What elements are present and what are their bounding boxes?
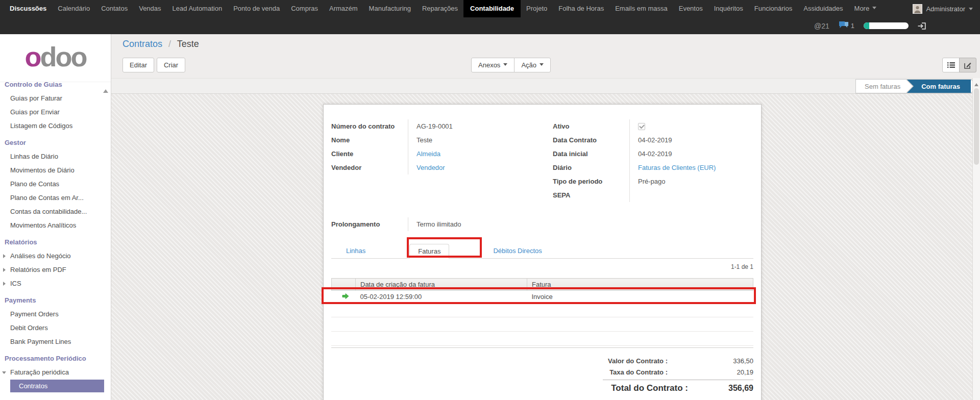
- field-value-cell[interactable]: 04-02-2019: [629, 133, 753, 147]
- sidebar-item[interactable]: Payments: [0, 293, 111, 307]
- sidebar-item[interactable]: Análises do Negócio: [0, 249, 111, 263]
- grand-total-row: Total do Contrato : 356,69: [603, 380, 753, 393]
- edit-button[interactable]: Editar: [122, 58, 154, 72]
- sidebar-item[interactable]: Contratos: [10, 380, 104, 392]
- topbar-menu-item[interactable]: Emails em massa: [609, 0, 673, 17]
- breadcrumb-item[interactable]: Teste: [177, 39, 199, 49]
- field-value-cell[interactable]: Faturas de Clientes (EUR): [629, 161, 753, 174]
- sidebar-item[interactable]: Contas da contabilidade...: [0, 205, 111, 218]
- scroll-up-icon[interactable]: [974, 81, 978, 86]
- progress-bar[interactable]: [864, 22, 909, 29]
- tab-label: Faturas: [418, 247, 440, 255]
- topbar-menu-item[interactable]: Eventos: [673, 0, 708, 17]
- topbar-menu-item[interactable]: Inquéritos: [708, 0, 749, 17]
- topbar-menu-item[interactable]: Assiduidades: [798, 0, 848, 17]
- sidebar-item[interactable]: Movimentos Analíticos: [0, 218, 111, 232]
- topbar-menu-item[interactable]: Ponto de venda: [228, 0, 285, 17]
- attachments-dropdown-button[interactable]: Anexos: [471, 58, 514, 72]
- vertical-scrollbar[interactable]: [972, 78, 980, 400]
- field-value-cell[interactable]: Pré-pago: [629, 174, 753, 188]
- sidebar-item[interactable]: Plano de Contas: [0, 177, 111, 191]
- statusbar-row: Sem faturas Com faturas: [111, 78, 980, 94]
- topbar-menu-item[interactable]: Manufacturing: [363, 0, 416, 17]
- topbar-menu-item[interactable]: Armazém: [324, 0, 363, 17]
- sidebar-item[interactable]: Linhas de Diário: [0, 149, 111, 163]
- sidebar-item[interactable]: Movimentos de Diário: [0, 163, 111, 177]
- statusbar-step[interactable]: Com faturas: [906, 79, 971, 93]
- user-menu[interactable]: Administrator: [913, 0, 973, 17]
- topbar-menu-item[interactable]: Compras: [285, 0, 324, 17]
- field-value: Pré-pago: [638, 178, 665, 185]
- checkbox[interactable]: [638, 123, 645, 130]
- sidebar-item[interactable]: Debit Orders: [0, 321, 111, 335]
- sidebar-item-label: Controlo de Guias: [5, 82, 62, 88]
- tab[interactable]: Débitos Directos: [485, 244, 550, 258]
- topbar-menu-label: Vendas: [139, 5, 161, 12]
- topbar-menu-item[interactable]: Folha de Horas: [553, 0, 609, 17]
- invoice-name-cell[interactable]: Invoice: [527, 291, 753, 303]
- field-value-cell[interactable]: Teste: [408, 133, 545, 147]
- topbar-menu-item[interactable]: Discussões: [4, 0, 52, 17]
- sidebar-item[interactable]: ICS: [0, 277, 111, 290]
- sidebar-item[interactable]: Guias por Faturar: [0, 91, 111, 105]
- mentions-counter[interactable]: @21: [814, 22, 829, 30]
- topbar-menu-item[interactable]: Projeto: [521, 0, 553, 17]
- column-header-fatura[interactable]: Fatura: [527, 279, 753, 291]
- invoice-table-wrap: Data de criação da fatura Fatura: [331, 278, 753, 348]
- row-open-cell[interactable]: [332, 291, 356, 303]
- form-view-button[interactable]: [959, 58, 976, 72]
- breadcrumb-item[interactable]: Contratos: [122, 39, 162, 49]
- sidebar-item[interactable]: Processamento Periódico: [0, 352, 111, 365]
- field-value-cell[interactable]: 04-02-2019: [629, 147, 753, 161]
- breadcrumb: Contratos / Teste: [122, 39, 199, 49]
- topbar-menu-item[interactable]: Funcionários: [749, 0, 798, 17]
- field-value-cell[interactable]: Almeida: [408, 147, 545, 161]
- topbar-menu-item[interactable]: More: [849, 0, 883, 17]
- topbar-menus: Discussões Calendário Contatos Vendas Le…: [4, 0, 882, 17]
- sidebar-item[interactable]: Faturação periódica: [0, 365, 111, 379]
- topbar-main-row: Discussões Calendário Contatos Vendas Le…: [0, 0, 980, 17]
- tab[interactable]: Faturas: [409, 244, 449, 259]
- logo-first-letter: o: [25, 43, 40, 70]
- action-dropdown-button[interactable]: Ação: [514, 58, 551, 72]
- sidebar-item[interactable]: Relatórios: [0, 235, 111, 249]
- column-header-date[interactable]: Data de criação da fatura: [356, 279, 527, 291]
- scrollbar-thumb[interactable]: [974, 88, 979, 165]
- topbar-menu-label: Projeto: [526, 5, 547, 12]
- topbar-menu-item[interactable]: Contabilidade: [463, 0, 521, 17]
- invoice-date-cell[interactable]: 05-02-2019 12:59:00: [356, 291, 527, 303]
- topbar-menu-item[interactable]: Contatos: [95, 0, 133, 17]
- field-value-cell[interactable]: Vendedor: [408, 161, 545, 174]
- field-value-cell[interactable]: Termo ilimitado: [408, 217, 545, 231]
- sidebar-item-label: Movimentos de Diário: [10, 166, 75, 174]
- list-view-button[interactable]: [942, 58, 960, 72]
- field-value-cell[interactable]: AG-19-0001: [408, 119, 545, 133]
- messages-counter[interactable]: 1: [839, 21, 854, 31]
- tab[interactable]: Linhas: [338, 244, 374, 258]
- topbar-menu-label: Armazém: [329, 5, 358, 12]
- invoice-row[interactable]: 05-02-2019 12:59:00 Invoice: [332, 291, 753, 303]
- topbar-menu-item[interactable]: Vendas: [133, 0, 166, 17]
- sidebar-item-label: Plano de Contas: [10, 180, 59, 188]
- sidebar-scroll-up-icon[interactable]: [103, 87, 108, 93]
- topbar-menu-label: Inquéritos: [714, 5, 743, 12]
- topbar-menu-item[interactable]: Calendário: [52, 0, 95, 17]
- create-button[interactable]: Criar: [157, 58, 185, 72]
- sidebar-item[interactable]: Gestor: [0, 136, 111, 149]
- logout-icon[interactable]: [918, 22, 926, 30]
- topbar-menu-item[interactable]: Lead Automation: [167, 0, 228, 17]
- sidebar-item[interactable]: Plano de Contas em Ar...: [0, 191, 111, 205]
- field-value-cell[interactable]: [629, 188, 753, 202]
- sidebar-item[interactable]: Payment Orders: [0, 307, 111, 321]
- topbar-menu-item[interactable]: Reparações: [416, 0, 463, 17]
- breadcrumb-item[interactable]: /: [165, 39, 175, 49]
- field-value-cell[interactable]: [629, 119, 753, 133]
- sidebar-item[interactable]: Controlo de Guias: [0, 82, 111, 91]
- sidebar-item[interactable]: Listagem de Códigos: [0, 119, 111, 133]
- sidebar-item[interactable]: Relatórios em PDF: [0, 263, 111, 277]
- sidebar-item-label: Guias por Enviar: [10, 108, 60, 116]
- sidebar-item[interactable]: Guias por Enviar: [0, 105, 111, 119]
- sidebar-item[interactable]: Bank Payment Lines: [0, 335, 111, 348]
- column-header-icon: [332, 279, 356, 291]
- statusbar-step[interactable]: Sem faturas: [855, 79, 906, 93]
